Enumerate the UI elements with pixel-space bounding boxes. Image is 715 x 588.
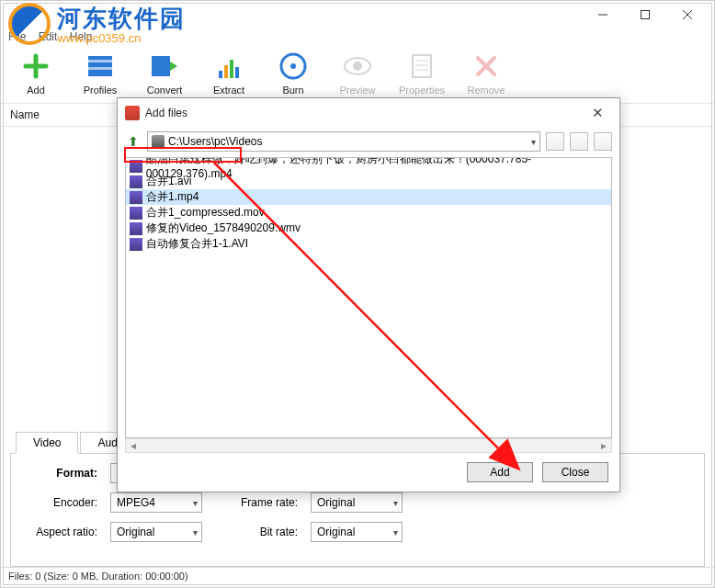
aspect-select[interactable]: Original xyxy=(110,522,202,542)
video-file-icon xyxy=(130,175,142,188)
toolbar-burn-button[interactable]: Burn xyxy=(271,51,315,96)
svg-rect-13 xyxy=(413,55,431,77)
toolbar-label: Add xyxy=(27,85,45,96)
close-button[interactable] xyxy=(666,1,709,28)
toolbar-label: Extract xyxy=(213,85,244,96)
dialog-title: Add files xyxy=(145,107,583,119)
view-button-2[interactable] xyxy=(570,132,588,151)
dialog-icon xyxy=(125,106,140,120)
file-name: 修复的Video_1578490209.wmv xyxy=(146,220,301,236)
svg-rect-3 xyxy=(88,67,112,70)
menu-edit[interactable]: Edit xyxy=(39,30,58,43)
format-label: Format: xyxy=(24,467,97,480)
file-name: 合并1_compressed.mov xyxy=(146,205,265,220)
toolbar-add-button[interactable]: Add xyxy=(14,51,58,96)
file-name: 合并1.mp4 xyxy=(146,189,199,205)
svg-rect-5 xyxy=(219,71,222,78)
svg-rect-1 xyxy=(88,56,112,76)
toolbar-extract-button[interactable]: Extract xyxy=(207,51,251,96)
menu-file[interactable]: File xyxy=(8,30,26,43)
frame-rate-select[interactable]: Original xyxy=(311,492,403,513)
frame-rate-label: Frame rate: xyxy=(215,496,298,509)
file-name: 自动修复合并1-1.AVI xyxy=(146,236,248,252)
toolbar-profiles-button[interactable]: Profiles xyxy=(78,51,122,96)
view-button-3[interactable] xyxy=(594,132,612,151)
tab-video[interactable]: Video xyxy=(16,432,78,454)
video-file-icon xyxy=(130,238,142,251)
convert-icon xyxy=(149,51,180,82)
toolbar-label: Burn xyxy=(282,85,303,96)
svg-point-10 xyxy=(290,63,296,69)
svg-rect-2 xyxy=(88,60,112,62)
bitrate-label: Bit rate: xyxy=(215,526,298,538)
menubar: File Edit Help xyxy=(1,28,714,47)
svg-rect-6 xyxy=(224,65,228,78)
file-row[interactable]: 合并1_compressed.mov xyxy=(126,205,611,220)
encoder-select[interactable]: MPEG4 xyxy=(110,492,202,513)
dialog-add-button[interactable]: Add xyxy=(467,462,533,482)
maximize-button[interactable] xyxy=(624,1,666,28)
video-file-icon xyxy=(130,160,142,173)
file-row[interactable]: 自动修复合并1-1.AVI xyxy=(126,236,611,252)
view-button-1[interactable] xyxy=(546,132,564,151)
video-file-icon xyxy=(130,222,142,235)
path-dropdown-icon[interactable]: ▾ xyxy=(531,137,536,147)
add-files-dialog: Add files ✕ ⬆ C:\Users\pc\Videos ▾ 醋溜白菜这… xyxy=(117,97,620,492)
svg-rect-8 xyxy=(235,67,239,78)
toolbar-remove-button: Remove xyxy=(464,51,508,96)
scroll-right-icon[interactable]: ▸ xyxy=(596,439,611,452)
properties-icon xyxy=(406,51,437,82)
file-list[interactable]: 醋溜白菜这样做，好吃到爆，还特别下饭，厨房小白都能做出来！(000037.785… xyxy=(125,157,612,438)
up-folder-button[interactable]: ⬆ xyxy=(125,132,142,151)
horizontal-scrollbar[interactable]: ◂ ▸ xyxy=(125,438,612,453)
add-icon xyxy=(20,51,51,82)
scroll-left-icon[interactable]: ◂ xyxy=(126,439,141,452)
status-bar: Files: 0 (Size: 0 MB, Duration: 00:00:00… xyxy=(1,567,714,587)
toolbar-preview-button: Preview xyxy=(335,51,380,96)
toolbar-label: Remove xyxy=(468,85,505,96)
encoder-label: Encoder: xyxy=(24,496,97,509)
titlebar xyxy=(1,1,714,28)
remove-icon xyxy=(471,51,502,82)
toolbar-label: Convert xyxy=(147,85,183,96)
burn-icon xyxy=(278,51,309,82)
profiles-icon xyxy=(85,51,116,82)
svg-rect-0 xyxy=(641,11,650,19)
toolbar: AddProfilesConvertExtractBurnPreviewProp… xyxy=(1,47,714,104)
video-file-icon xyxy=(130,191,142,204)
dialog-close-button[interactable]: ✕ xyxy=(583,105,612,121)
file-row[interactable]: 合并1.mp4 xyxy=(126,189,611,205)
bitrate-select[interactable]: Original xyxy=(311,522,403,542)
file-row[interactable]: 修复的Video_1578490209.wmv xyxy=(126,220,611,236)
preview-icon xyxy=(342,51,373,82)
path-input[interactable]: C:\Users\pc\Videos ▾ xyxy=(147,131,540,152)
file-row[interactable]: 醋溜白菜这样做，好吃到爆，还特别下饭，厨房小白都能做出来！(000037.785… xyxy=(126,158,611,174)
file-name: 醋溜白菜这样做，好吃到爆，还特别下饭，厨房小白都能做出来！(000037.785… xyxy=(146,157,607,180)
toolbar-label: Profiles xyxy=(84,85,118,96)
disk-icon xyxy=(152,135,165,148)
svg-rect-4 xyxy=(152,56,170,76)
toolbar-label: Properties xyxy=(399,85,445,96)
video-file-icon xyxy=(130,207,142,220)
file-name: 合并1.avi xyxy=(146,174,191,189)
toolbar-label: Preview xyxy=(339,85,375,96)
toolbar-properties-button: Properties xyxy=(400,51,444,96)
extract-icon xyxy=(213,51,244,82)
minimize-button[interactable] xyxy=(582,1,624,28)
svg-rect-7 xyxy=(230,60,233,78)
aspect-label: Aspect ratio: xyxy=(24,526,97,538)
svg-point-12 xyxy=(353,62,362,71)
dialog-close-btn[interactable]: Close xyxy=(542,462,608,482)
toolbar-convert-button[interactable]: Convert xyxy=(142,51,187,96)
path-text: C:\Users\pc\Videos xyxy=(168,135,263,148)
menu-help[interactable]: Help xyxy=(70,30,93,43)
